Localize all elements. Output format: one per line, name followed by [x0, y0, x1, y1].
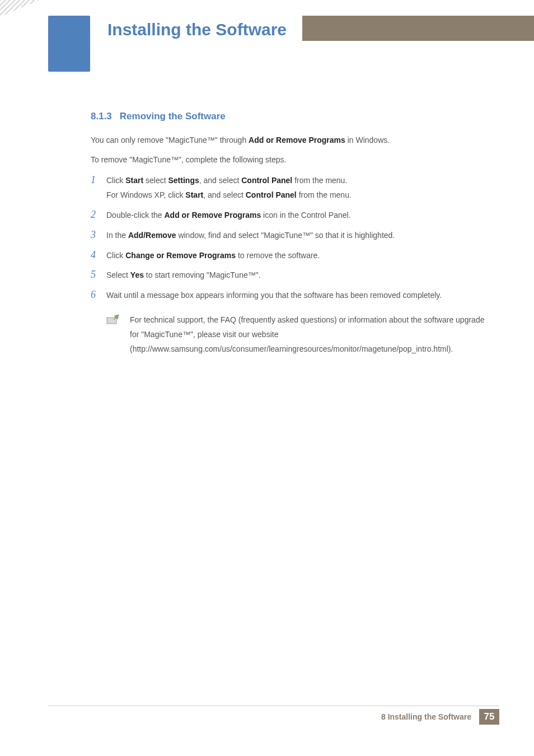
step-body: Click Change or Remove Programs to remov… [106, 249, 320, 263]
footer-rule [48, 706, 499, 706]
step-item: 1Click Start select Settings, and select… [91, 174, 494, 203]
bold-text: Add or Remove Programs [249, 136, 345, 144]
footer-chapter-label: 8 Installing the Software [381, 712, 471, 721]
text: in Windows. [345, 136, 390, 144]
note-text: For technical support, the FAQ (frequent… [130, 313, 494, 357]
footer-page-number: 75 [479, 709, 499, 725]
step-item: 4Click Change or Remove Programs to remo… [91, 249, 494, 263]
section-number: 8.1.3 [91, 111, 112, 122]
note: For technical support, the FAQ (frequent… [106, 313, 494, 357]
step-number: 1 [91, 174, 106, 186]
step-body: Click Start select Settings, and select … [106, 174, 352, 203]
step-item: 2Double-click the Add or Remove Programs… [91, 208, 494, 223]
step-item: 5Select Yes to start removing "MagicTune… [91, 268, 494, 283]
section-title: Removing the Software [120, 111, 226, 122]
step-number: 5 [91, 268, 106, 281]
chapter-title: Installing the Software [107, 20, 298, 39]
corner-hatch-decoration [0, 0, 39, 17]
step-item: 6Wait until a message box appears inform… [91, 288, 494, 303]
chapter-number: 8 [55, 6, 83, 63]
step-body: In the Add/Remove window, find and selec… [106, 228, 395, 243]
intro-paragraph-2: To remove "MagicTune™", complete the fol… [91, 154, 494, 166]
page-footer: 8 Installing the Software 75 [48, 709, 499, 725]
step-body: Double-click the Add or Remove Programs … [106, 208, 351, 223]
section-heading: 8.1.3Removing the Software [91, 111, 494, 122]
step-body: Select Yes to start removing "MagicTune™… [106, 268, 261, 283]
note-icon [106, 314, 120, 324]
step-number: 3 [91, 228, 106, 241]
chapter-number-container: 8 [48, 8, 90, 64]
page-content: 8.1.3Removing the Software You can only … [91, 111, 494, 357]
step-number: 4 [91, 249, 106, 262]
step-number: 2 [91, 208, 106, 221]
intro-paragraph-1: You can only remove "MagicTune™" through… [91, 134, 494, 146]
step-item: 3In the Add/Remove window, find and sele… [91, 228, 494, 243]
text: You can only remove "MagicTune™" through [91, 136, 249, 144]
step-body: Wait until a message box appears informi… [106, 288, 442, 303]
steps-list: 1Click Start select Settings, and select… [91, 174, 494, 303]
step-number: 6 [91, 288, 106, 301]
